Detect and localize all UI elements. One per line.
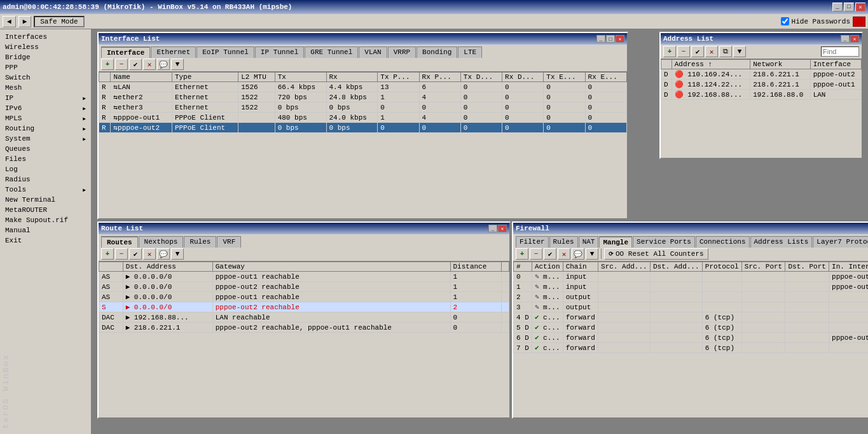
fw-disable-btn[interactable]: ✕	[558, 248, 570, 260]
addr-copy-btn[interactable]: ⧉	[719, 46, 732, 57]
tab-bonding[interactable]: Bonding	[417, 46, 457, 58]
iface-close-btn[interactable]: ✕	[616, 35, 624, 43]
fw-col-action[interactable]: Action	[532, 262, 563, 272]
tab-service-ports[interactable]: Service Ports	[633, 236, 695, 248]
col-l2mtu[interactable]: L2 MTU	[238, 73, 275, 82]
sidebar-item-mesh[interactable]: Mesh	[0, 83, 91, 93]
addr-close-btn[interactable]: ✕	[850, 35, 859, 43]
table-row[interactable]: 3 ✎ m... output	[514, 302, 869, 312]
col-txe[interactable]: Tx E...	[544, 73, 585, 82]
col-name[interactable]: Name	[111, 73, 172, 82]
table-row[interactable]: DAC ▶ 192.168.88... LAN reachable 0	[99, 312, 509, 323]
disable-button[interactable]: ✕	[143, 59, 156, 70]
route-filter-btn[interactable]: ▼	[171, 248, 184, 260]
route-list-titlebar[interactable]: Route List _ ✕	[99, 223, 509, 234]
fw-col-chain[interactable]: Chain	[563, 262, 598, 272]
iface-minimize-btn[interactable]: _	[596, 35, 605, 43]
sidebar-item-tools[interactable]: Tools	[0, 185, 91, 195]
addr-remove-btn[interactable]: −	[677, 46, 690, 57]
sidebar-item-new-terminal[interactable]: New Terminal	[0, 195, 91, 205]
tab-vrrp[interactable]: VRRP	[388, 46, 416, 58]
col-rx[interactable]: Rx	[326, 73, 378, 82]
col-flag[interactable]	[99, 73, 111, 82]
sidebar-item-wireless[interactable]: Wireless	[0, 42, 91, 52]
tab-rules[interactable]: Rules	[184, 236, 216, 248]
maximize-button[interactable]: □	[844, 3, 854, 11]
close-button[interactable]: ✕	[855, 3, 865, 11]
addr-filter-btn[interactable]: ▼	[733, 46, 746, 57]
table-row[interactable]: 2 ✎ m... output	[514, 292, 869, 302]
route-table-scroll[interactable]: Dst. Address Gateway Distance AS ▶ 0.0.0…	[99, 262, 509, 417]
col-rxp[interactable]: Rx P...	[419, 73, 460, 82]
tab-nat[interactable]: NAT	[579, 236, 599, 248]
tab-address-lists[interactable]: Address Lists	[750, 236, 813, 248]
route-enable-btn[interactable]: ✔	[129, 248, 142, 260]
route-col-dst[interactable]: Dst. Address	[123, 262, 212, 272]
enable-button[interactable]: ✔	[129, 59, 142, 70]
col-txd[interactable]: Tx D...	[460, 73, 502, 82]
forward-button[interactable]: ▶	[18, 16, 32, 27]
fw-remove-btn[interactable]: −	[530, 248, 542, 260]
fw-comment-btn[interactable]: 💬	[572, 248, 584, 260]
route-comment-btn[interactable]: 💬	[157, 248, 170, 260]
fw-filter-btn[interactable]: ▼	[586, 248, 598, 260]
table-row[interactable]: R ⇆ether2 Ethernet 1522 720 bps 24.8 kbp…	[99, 92, 627, 102]
sidebar-item-ppp[interactable]: PPP	[0, 62, 91, 73]
sidebar-item-switch[interactable]: Switch	[0, 73, 91, 83]
table-row[interactable]: 0 ✎ m... input pppoe-out1	[514, 272, 869, 282]
tab-eoip[interactable]: EoIP Tunnel	[196, 46, 254, 58]
tab-mangle[interactable]: Mangle	[599, 236, 632, 248]
route-add-btn[interactable]: +	[101, 248, 114, 260]
sidebar-item-files[interactable]: Files	[0, 154, 91, 164]
addr-add-btn[interactable]: +	[663, 46, 676, 57]
addr-col-network[interactable]: Network	[750, 60, 810, 69]
tab-ip-tunnel[interactable]: IP Tunnel	[255, 46, 304, 58]
addr-col-address[interactable]: Address ↑	[672, 60, 750, 69]
table-row[interactable]: AS ▶ 0.0.0.0/0 pppoe-out1 reachable 1	[99, 292, 509, 302]
tab-filter[interactable]: Filter	[516, 236, 549, 248]
minimize-button[interactable]: _	[832, 3, 843, 11]
tab-interface[interactable]: Interface	[101, 46, 150, 58]
sidebar-item-queues[interactable]: Queues	[0, 144, 91, 154]
back-button[interactable]: ◀	[3, 16, 16, 27]
sidebar-item-ip[interactable]: IP	[0, 93, 91, 103]
table-row[interactable]: D 🔴 110.169.24... 218.6.221.1 pppoe-out2	[661, 69, 862, 80]
sidebar-item-make-supout[interactable]: Make Supout.rif	[0, 215, 91, 225]
table-row[interactable]: 6 D ✔ c... forward 6 (tcp) pppoe-out1	[514, 333, 869, 343]
address-list-titlebar[interactable]: Address List _ ✕	[661, 33, 862, 45]
sidebar-item-exit[interactable]: Exit	[0, 235, 91, 246]
sidebar-item-bridge[interactable]: Bridge	[0, 52, 91, 62]
addr-enable-btn[interactable]: ✔	[691, 46, 704, 57]
tab-lte[interactable]: LTE	[458, 46, 482, 58]
tab-rules[interactable]: Rules	[549, 236, 578, 248]
col-type[interactable]: Type	[172, 73, 238, 82]
sidebar-item-system[interactable]: System	[0, 134, 91, 144]
tab-layer7[interactable]: Layer7 Protocols	[813, 236, 868, 248]
col-txp[interactable]: Tx P...	[378, 73, 419, 82]
tab-vrf[interactable]: VRF	[217, 236, 241, 248]
comment-button[interactable]: 💬	[157, 59, 170, 70]
safe-mode-button[interactable]: Safe Mode	[34, 16, 84, 27]
col-rxe[interactable]: Rx E...	[585, 73, 626, 82]
addr-find-input[interactable]	[821, 46, 859, 57]
sidebar-item-manual[interactable]: Manual	[0, 225, 91, 235]
fw-col-in[interactable]: In. Interface	[829, 262, 868, 272]
table-row[interactable]: R ⇆pppoe-out1 PPPoE Client 480 bps 24.0 …	[99, 113, 627, 123]
fw-col-num[interactable]: #	[514, 262, 532, 272]
table-row[interactable]: 1 ✎ m... input pppoe-out2	[514, 282, 869, 292]
sidebar-item-radius[interactable]: Radius	[0, 174, 91, 185]
fw-add-btn[interactable]: +	[516, 248, 528, 260]
table-row[interactable]: DAC ▶ 218.6.221.1 pppoe-out2 reachable, …	[99, 323, 509, 333]
reset-counters-btn[interactable]: ⟳ OO Reset All Counters	[604, 248, 708, 260]
route-col-distance[interactable]: Distance	[450, 262, 502, 272]
table-row[interactable]: S ▶ 0.0.0.0/0 pppoe-out2 reachable 2	[99, 302, 509, 312]
interface-table-scroll[interactable]: Name Type L2 MTU Tx Rx Tx P... Rx P... T…	[99, 72, 627, 218]
iface-maximize-btn[interactable]: □	[606, 35, 615, 43]
fw-col-proto[interactable]: Protocol	[702, 262, 741, 272]
col-tx[interactable]: Tx	[275, 73, 326, 82]
route-col-extra[interactable]	[502, 262, 509, 272]
route-remove-btn[interactable]: −	[115, 248, 128, 260]
tab-ethernet[interactable]: Ethernet	[151, 46, 196, 58]
table-row[interactable]: AS ▶ 0.0.0.0/0 pppoe-out2 reachable 1	[99, 282, 509, 292]
fw-col-src[interactable]: Src. Add...	[598, 262, 651, 272]
